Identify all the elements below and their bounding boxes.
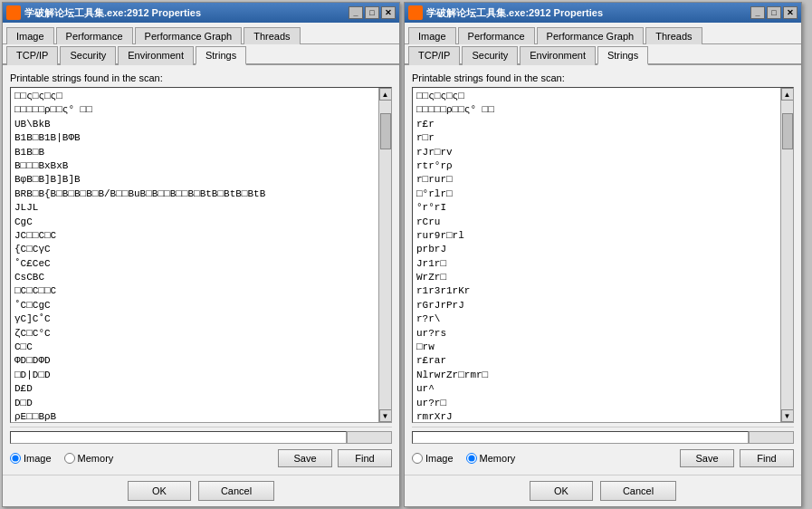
tabs-row2-left: TCP/IP Security Environment Strings (3, 44, 399, 65)
list-item: Jr1r□ (416, 257, 777, 271)
list-item: □□□□□ρ□□ς° □□ (416, 103, 777, 117)
list-item: □□□□□ρ□□ς° □□ (14, 103, 375, 117)
tab-performance-graph-right[interactable]: Performance Graph (537, 27, 645, 44)
app-icon-left (6, 5, 21, 20)
text-area-left: □□ς□ς□ς□□□□□□ρ□□ς° □□UB\BkBB1B□B1B|BΦBB1… (10, 87, 392, 423)
radio-memory-label-right: Memory (480, 453, 516, 464)
tab-strings-right[interactable]: Strings (597, 46, 648, 65)
radio-image-left[interactable]: Image (10, 453, 52, 464)
footer-left: OK Cancel (3, 475, 399, 506)
list-item: r£r (416, 118, 777, 131)
radio-memory-label-left: Memory (78, 453, 114, 464)
list-item: ζC□C°C (14, 327, 375, 341)
scroll-up-left[interactable]: ▲ (379, 88, 392, 101)
minimize-button-left[interactable]: _ (349, 6, 363, 19)
tab-performance-right[interactable]: Performance (458, 27, 535, 44)
radio-image-right[interactable]: Image (412, 453, 454, 464)
scrollbar-left[interactable]: ▲ ▼ (378, 88, 391, 422)
list-item: r1r3r1rKr (416, 284, 777, 298)
tab-threads-right[interactable]: Threads (645, 27, 702, 44)
scroll-thumb-left[interactable] (380, 113, 391, 149)
list-item: JC□□C□C (14, 229, 375, 243)
tab-security-left[interactable]: Security (60, 46, 116, 65)
find-button-right[interactable]: Find (740, 449, 794, 467)
tab-performance-left[interactable]: Performance (56, 27, 133, 44)
list-item: B□□□BxBxB (14, 159, 375, 173)
window-left: 学破解论坛工具集.exe:2912 Properties _ □ ✕ Image… (2, 2, 400, 507)
maximize-button-right[interactable]: □ (767, 6, 781, 19)
scrollbar-right[interactable]: ▲ ▼ (780, 88, 793, 422)
list-item: WrZr□ (416, 271, 777, 284)
tab-image-right[interactable]: Image (408, 27, 456, 44)
tab-tcpip-left[interactable]: TCP/IP (6, 46, 58, 65)
scroll-down-right[interactable]: ▼ (781, 409, 794, 422)
list-item: ˚C£CeC (14, 257, 375, 271)
list-item: rGrJrPrJ (416, 299, 777, 312)
list-item: ur?r□ (416, 397, 777, 410)
cancel-button-left[interactable]: Cancel (198, 481, 274, 501)
window-title-left: 学破解论坛工具集.exe:2912 Properties (24, 6, 201, 20)
window-right: 学破解论坛工具集.exe:2912 Properties _ □ ✕ Image… (404, 2, 802, 507)
list-item: ΦD□DΦD (14, 354, 375, 368)
list-item: □D|D□D (14, 369, 375, 382)
list-item: ur^ (416, 382, 777, 396)
close-button-left[interactable]: ✕ (381, 6, 396, 19)
cancel-button-right[interactable]: Cancel (600, 481, 676, 501)
tab-performance-graph-left[interactable]: Performance Graph (135, 27, 243, 44)
tab-strings-left[interactable]: Strings (196, 46, 246, 65)
radio-memory-left[interactable]: Memory (64, 453, 114, 464)
list-item: B1B□B (14, 146, 375, 159)
window-title-right: 学破解论坛工具集.exe:2912 Properties (426, 6, 603, 20)
radio-memory-right[interactable]: Memory (466, 453, 516, 464)
radio-image-label-left: Image (24, 453, 52, 464)
list-item: γC]C˚C (14, 312, 375, 326)
tab-tcpip-right[interactable]: TCP/IP (408, 46, 460, 65)
list-item: rCru (416, 216, 777, 229)
content-left: Printable strings found in the scan: □□ς… (3, 65, 399, 475)
list-item: D£D (14, 382, 375, 396)
tab-environment-right[interactable]: Environment (520, 46, 596, 65)
radio-group-left: Image Memory (10, 453, 272, 464)
tab-threads-left[interactable]: Threads (244, 27, 300, 44)
save-button-left[interactable]: Save (278, 449, 332, 467)
list-item: rur9r□rl (416, 229, 777, 243)
strings-list-right[interactable]: □□ς□ς□ς□□□□□□ρ□□ς° □□r£rr□rrJr□rvrtr°rρr… (413, 88, 780, 422)
save-button-right[interactable]: Save (680, 449, 734, 467)
scan-label-right: Printable strings found in the scan: (412, 72, 794, 83)
tab-security-right[interactable]: Security (462, 46, 518, 65)
close-button-right[interactable]: ✕ (783, 6, 798, 19)
list-item: BφB□B]B]B]B (14, 173, 375, 187)
content-right: Printable strings found in the scan: □□ς… (405, 65, 801, 475)
list-item: ρE□□BρB (14, 410, 375, 422)
list-item: JLJL (14, 201, 375, 215)
list-item: rtr°rρ (416, 159, 777, 173)
list-item: r□r (416, 131, 777, 145)
ok-button-left[interactable]: OK (128, 481, 191, 501)
tab-environment-left[interactable]: Environment (118, 46, 194, 65)
tab-image-left[interactable]: Image (6, 27, 54, 44)
list-item: B1B□B1B|BΦB (14, 131, 375, 145)
find-button-left[interactable]: Find (338, 449, 392, 467)
bottom-controls-left: Image Memory Save Find (10, 449, 392, 467)
list-item: {C□CγC (14, 243, 375, 256)
list-item: CgC (14, 216, 375, 229)
scroll-down-left[interactable]: ▼ (379, 409, 392, 422)
list-item: NlrwrZr□rmr□ (416, 369, 777, 382)
scroll-up-right[interactable]: ▲ (781, 88, 794, 101)
text-area-right: □□ς□ς□ς□□□□□□ρ□□ς° □□r£rr□rrJr□rvrtr°rρr… (412, 87, 794, 423)
footer-right: OK Cancel (405, 475, 801, 506)
window-controls-left: _ □ ✕ (349, 6, 396, 19)
list-item: °r°rI (416, 201, 777, 215)
ok-button-right[interactable]: OK (530, 481, 593, 501)
list-item: r£rar (416, 354, 777, 368)
list-item: C□C (14, 341, 375, 354)
maximize-button-left[interactable]: □ (365, 6, 379, 19)
scroll-thumb-right[interactable] (782, 113, 793, 149)
strings-list-left[interactable]: □□ς□ς□ς□□□□□□ρ□□ς° □□UB\BkBB1B□B1B|BΦBB1… (11, 88, 378, 422)
tabs-row2-right: TCP/IP Security Environment Strings (405, 44, 801, 65)
tabs-row1-left: Image Performance Performance Graph Thre… (3, 23, 399, 44)
minimize-button-right[interactable]: _ (750, 6, 765, 19)
list-item: UB\BkB (14, 118, 375, 131)
list-item: r?r\ (416, 312, 777, 326)
list-item: □□ς□ς□ς□ (14, 90, 375, 103)
